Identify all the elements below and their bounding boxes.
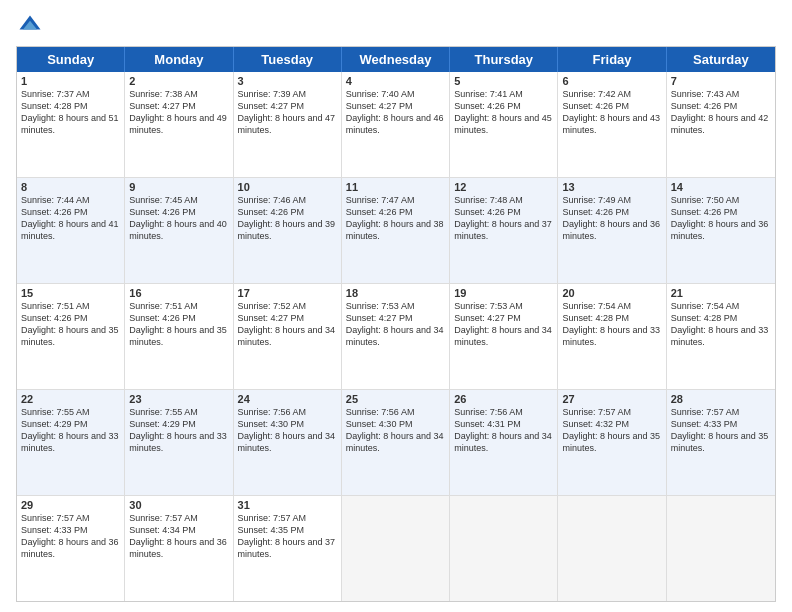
calendar-cell: 19 Sunrise: 7:53 AMSunset: 4:27 PMDaylig… <box>450 284 558 389</box>
calendar-cell: 21 Sunrise: 7:54 AMSunset: 4:28 PMDaylig… <box>667 284 775 389</box>
cell-info: Sunrise: 7:55 AMSunset: 4:29 PMDaylight:… <box>129 406 228 455</box>
calendar-cell: 27 Sunrise: 7:57 AMSunset: 4:32 PMDaylig… <box>558 390 666 495</box>
calendar-cell: 24 Sunrise: 7:56 AMSunset: 4:30 PMDaylig… <box>234 390 342 495</box>
calendar-row-1: 8 Sunrise: 7:44 AMSunset: 4:26 PMDayligh… <box>17 178 775 284</box>
cell-info: Sunrise: 7:55 AMSunset: 4:29 PMDaylight:… <box>21 406 120 455</box>
day-number: 31 <box>238 499 337 511</box>
calendar-cell: 31 Sunrise: 7:57 AMSunset: 4:35 PMDaylig… <box>234 496 342 601</box>
logo-icon <box>16 12 44 40</box>
calendar-cell: 1 Sunrise: 7:37 AMSunset: 4:28 PMDayligh… <box>17 72 125 177</box>
calendar-cell: 22 Sunrise: 7:55 AMSunset: 4:29 PMDaylig… <box>17 390 125 495</box>
cell-info: Sunrise: 7:57 AMSunset: 4:35 PMDaylight:… <box>238 512 337 561</box>
day-number: 26 <box>454 393 553 405</box>
calendar-cell <box>342 496 450 601</box>
day-number: 4 <box>346 75 445 87</box>
day-number: 30 <box>129 499 228 511</box>
header-day-monday: Monday <box>125 47 233 72</box>
page: SundayMondayTuesdayWednesdayThursdayFrid… <box>0 0 792 612</box>
day-number: 9 <box>129 181 228 193</box>
cell-info: Sunrise: 7:42 AMSunset: 4:26 PMDaylight:… <box>562 88 661 137</box>
cell-info: Sunrise: 7:54 AMSunset: 4:28 PMDaylight:… <box>562 300 661 349</box>
calendar-cell <box>450 496 558 601</box>
calendar-cell: 2 Sunrise: 7:38 AMSunset: 4:27 PMDayligh… <box>125 72 233 177</box>
day-number: 7 <box>671 75 771 87</box>
day-number: 3 <box>238 75 337 87</box>
cell-info: Sunrise: 7:56 AMSunset: 4:31 PMDaylight:… <box>454 406 553 455</box>
cell-info: Sunrise: 7:56 AMSunset: 4:30 PMDaylight:… <box>346 406 445 455</box>
calendar-cell: 30 Sunrise: 7:57 AMSunset: 4:34 PMDaylig… <box>125 496 233 601</box>
cell-info: Sunrise: 7:51 AMSunset: 4:26 PMDaylight:… <box>21 300 120 349</box>
cell-info: Sunrise: 7:39 AMSunset: 4:27 PMDaylight:… <box>238 88 337 137</box>
day-number: 24 <box>238 393 337 405</box>
calendar-cell: 20 Sunrise: 7:54 AMSunset: 4:28 PMDaylig… <box>558 284 666 389</box>
cell-info: Sunrise: 7:50 AMSunset: 4:26 PMDaylight:… <box>671 194 771 243</box>
day-number: 5 <box>454 75 553 87</box>
day-number: 11 <box>346 181 445 193</box>
cell-info: Sunrise: 7:53 AMSunset: 4:27 PMDaylight:… <box>346 300 445 349</box>
cell-info: Sunrise: 7:56 AMSunset: 4:30 PMDaylight:… <box>238 406 337 455</box>
day-number: 27 <box>562 393 661 405</box>
cell-info: Sunrise: 7:57 AMSunset: 4:33 PMDaylight:… <box>671 406 771 455</box>
day-number: 1 <box>21 75 120 87</box>
day-number: 22 <box>21 393 120 405</box>
cell-info: Sunrise: 7:54 AMSunset: 4:28 PMDaylight:… <box>671 300 771 349</box>
day-number: 12 <box>454 181 553 193</box>
calendar-cell: 14 Sunrise: 7:50 AMSunset: 4:26 PMDaylig… <box>667 178 775 283</box>
calendar-cell: 23 Sunrise: 7:55 AMSunset: 4:29 PMDaylig… <box>125 390 233 495</box>
calendar-cell: 3 Sunrise: 7:39 AMSunset: 4:27 PMDayligh… <box>234 72 342 177</box>
cell-info: Sunrise: 7:47 AMSunset: 4:26 PMDaylight:… <box>346 194 445 243</box>
day-number: 25 <box>346 393 445 405</box>
day-number: 6 <box>562 75 661 87</box>
calendar-row-2: 15 Sunrise: 7:51 AMSunset: 4:26 PMDaylig… <box>17 284 775 390</box>
cell-info: Sunrise: 7:38 AMSunset: 4:27 PMDaylight:… <box>129 88 228 137</box>
calendar-cell: 11 Sunrise: 7:47 AMSunset: 4:26 PMDaylig… <box>342 178 450 283</box>
calendar-row-4: 29 Sunrise: 7:57 AMSunset: 4:33 PMDaylig… <box>17 496 775 601</box>
calendar-cell: 8 Sunrise: 7:44 AMSunset: 4:26 PMDayligh… <box>17 178 125 283</box>
header-day-sunday: Sunday <box>17 47 125 72</box>
day-number: 8 <box>21 181 120 193</box>
day-number: 20 <box>562 287 661 299</box>
cell-info: Sunrise: 7:48 AMSunset: 4:26 PMDaylight:… <box>454 194 553 243</box>
calendar-cell: 29 Sunrise: 7:57 AMSunset: 4:33 PMDaylig… <box>17 496 125 601</box>
cell-info: Sunrise: 7:51 AMSunset: 4:26 PMDaylight:… <box>129 300 228 349</box>
day-number: 21 <box>671 287 771 299</box>
calendar-header: SundayMondayTuesdayWednesdayThursdayFrid… <box>17 47 775 72</box>
calendar-cell <box>558 496 666 601</box>
cell-info: Sunrise: 7:57 AMSunset: 4:33 PMDaylight:… <box>21 512 120 561</box>
day-number: 10 <box>238 181 337 193</box>
calendar-cell: 5 Sunrise: 7:41 AMSunset: 4:26 PMDayligh… <box>450 72 558 177</box>
calendar-cell: 9 Sunrise: 7:45 AMSunset: 4:26 PMDayligh… <box>125 178 233 283</box>
cell-info: Sunrise: 7:52 AMSunset: 4:27 PMDaylight:… <box>238 300 337 349</box>
calendar-body: 1 Sunrise: 7:37 AMSunset: 4:28 PMDayligh… <box>17 72 775 601</box>
calendar-cell: 18 Sunrise: 7:53 AMSunset: 4:27 PMDaylig… <box>342 284 450 389</box>
day-number: 18 <box>346 287 445 299</box>
calendar-row-0: 1 Sunrise: 7:37 AMSunset: 4:28 PMDayligh… <box>17 72 775 178</box>
cell-info: Sunrise: 7:53 AMSunset: 4:27 PMDaylight:… <box>454 300 553 349</box>
calendar-cell: 6 Sunrise: 7:42 AMSunset: 4:26 PMDayligh… <box>558 72 666 177</box>
cell-info: Sunrise: 7:41 AMSunset: 4:26 PMDaylight:… <box>454 88 553 137</box>
day-number: 14 <box>671 181 771 193</box>
calendar-cell: 16 Sunrise: 7:51 AMSunset: 4:26 PMDaylig… <box>125 284 233 389</box>
cell-info: Sunrise: 7:57 AMSunset: 4:34 PMDaylight:… <box>129 512 228 561</box>
cell-info: Sunrise: 7:37 AMSunset: 4:28 PMDaylight:… <box>21 88 120 137</box>
cell-info: Sunrise: 7:46 AMSunset: 4:26 PMDaylight:… <box>238 194 337 243</box>
header-day-tuesday: Tuesday <box>234 47 342 72</box>
calendar-cell: 4 Sunrise: 7:40 AMSunset: 4:27 PMDayligh… <box>342 72 450 177</box>
cell-info: Sunrise: 7:43 AMSunset: 4:26 PMDaylight:… <box>671 88 771 137</box>
calendar-row-3: 22 Sunrise: 7:55 AMSunset: 4:29 PMDaylig… <box>17 390 775 496</box>
day-number: 13 <box>562 181 661 193</box>
cell-info: Sunrise: 7:57 AMSunset: 4:32 PMDaylight:… <box>562 406 661 455</box>
day-number: 15 <box>21 287 120 299</box>
cell-info: Sunrise: 7:44 AMSunset: 4:26 PMDaylight:… <box>21 194 120 243</box>
header-day-thursday: Thursday <box>450 47 558 72</box>
calendar: SundayMondayTuesdayWednesdayThursdayFrid… <box>16 46 776 602</box>
cell-info: Sunrise: 7:49 AMSunset: 4:26 PMDaylight:… <box>562 194 661 243</box>
calendar-cell <box>667 496 775 601</box>
logo <box>16 12 48 40</box>
day-number: 2 <box>129 75 228 87</box>
day-number: 17 <box>238 287 337 299</box>
calendar-cell: 10 Sunrise: 7:46 AMSunset: 4:26 PMDaylig… <box>234 178 342 283</box>
header-day-friday: Friday <box>558 47 666 72</box>
calendar-cell: 25 Sunrise: 7:56 AMSunset: 4:30 PMDaylig… <box>342 390 450 495</box>
calendar-cell: 28 Sunrise: 7:57 AMSunset: 4:33 PMDaylig… <box>667 390 775 495</box>
